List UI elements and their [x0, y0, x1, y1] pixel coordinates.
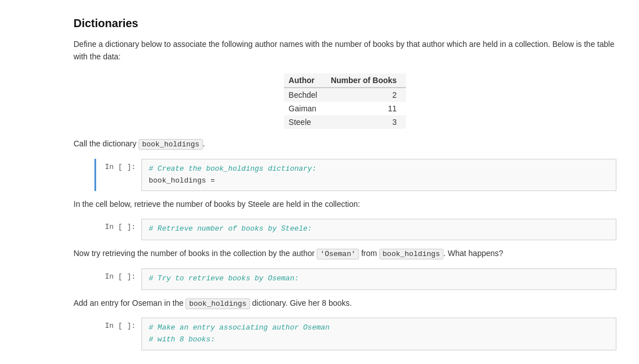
instruction3-end: . What happens? — [443, 249, 503, 258]
call-dict-line: Call the dictionary book_holdings. — [74, 139, 616, 149]
cell4-line2: # with 8 books: — [149, 334, 609, 346]
cell4-input[interactable]: # Make an entry associating author Osema… — [141, 318, 616, 350]
notebook-cell-2[interactable]: In [ ]: # Retrieve number of books by St… — [96, 219, 616, 240]
cell2-label: In [ ]: — [96, 219, 141, 235]
notebook-cell-4[interactable]: In [ ]: # Make an entry associating auth… — [96, 318, 616, 350]
cell2-input[interactable]: # Retrieve number of books by Steele: — [141, 219, 616, 240]
call-dict-pre: Call the dictionary — [74, 139, 139, 148]
cell1-line1: # Create the book_holdings dictionary: — [149, 163, 609, 175]
instruction3-code2: book_holdings — [379, 249, 443, 259]
instruction4-end: dictionary. Give her 8 books. — [250, 298, 352, 307]
description-text: Define a dictionary below to associate t… — [74, 38, 616, 63]
table-cell-author: Gaiman — [284, 102, 326, 115]
col-header-books: Number of Books — [326, 73, 406, 88]
instruction3-mid: from — [359, 249, 379, 258]
table-row: Steele3 — [284, 115, 405, 129]
table-cell-count: 11 — [326, 102, 406, 115]
instruction3-code1: 'Oseman' — [317, 249, 359, 259]
cell4-line1: # Make an entry associating author Osema… — [149, 322, 609, 334]
notebook-cell-1[interactable]: In [ ]: # Create the book_holdings dicti… — [94, 159, 616, 192]
table-cell-count: 2 — [326, 88, 406, 102]
table-cell-author: Bechdel — [284, 88, 326, 102]
instruction3-pre: Now try retrieving the number of books i… — [74, 249, 317, 258]
cell2-line1: # Retrieve number of books by Steele: — [149, 223, 609, 235]
cell1-label: In [ ]: — [96, 159, 141, 175]
instruction4: Add an entry for Oseman in the book_hold… — [74, 297, 616, 310]
cell3-label: In [ ]: — [96, 268, 141, 285]
cell3-line1: # Try to retrieve books by Oseman: — [149, 273, 609, 285]
call-dict-end: . — [203, 139, 205, 148]
section-title: Dictionaries — [74, 17, 616, 30]
instruction3: Now try retrieving the number of books i… — [74, 247, 616, 261]
cell3-input[interactable]: # Try to retrieve books by Oseman: — [141, 268, 616, 290]
call-dict-code: book_holdings — [139, 139, 202, 150]
table-row: Gaiman11 — [284, 102, 405, 115]
table-cell-author: Steele — [284, 115, 326, 129]
instruction4-pre: Add an entry for Oseman in the — [74, 298, 185, 307]
cell1-line2: book_holdings = — [149, 175, 609, 187]
table-row: Bechdel2 — [284, 88, 405, 102]
data-table: Author Number of Books Bechdel2Gaiman11S… — [284, 73, 405, 129]
page-container: Dictionaries Define a dictionary below t… — [0, 0, 639, 364]
data-table-container: Author Number of Books Bechdel2Gaiman11S… — [74, 73, 616, 129]
instruction2: In the cell below, retrieve the number o… — [74, 198, 616, 210]
table-cell-count: 3 — [326, 115, 406, 129]
col-header-author: Author — [284, 73, 326, 88]
cell4-label: In [ ]: — [96, 318, 141, 334]
notebook-cell-3[interactable]: In [ ]: # Try to retrieve books by Osema… — [96, 268, 616, 290]
cell1-input[interactable]: # Create the book_holdings dictionary: b… — [141, 159, 616, 192]
instruction4-code: book_holdings — [185, 298, 249, 309]
